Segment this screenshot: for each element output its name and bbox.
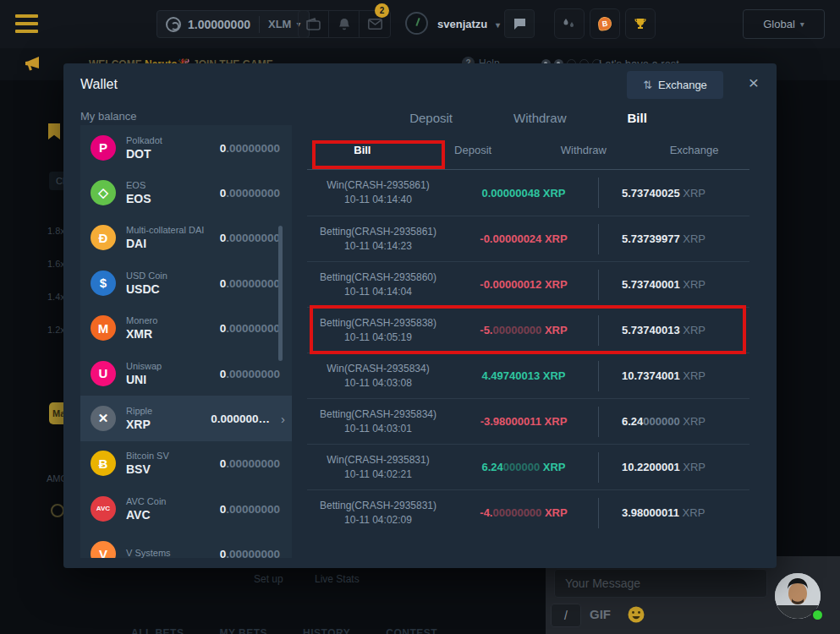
bill-table-row[interactable]: Win(CRASH-2935861) 10-11 04:14:40 0.0000… xyxy=(307,170,749,216)
coin-name: USD Coin xyxy=(126,271,167,281)
coin-list-item[interactable]: Đ Multi-collateral DAI DAI 0.00000000 xyxy=(80,216,292,260)
coin-balance: 0.00000000 xyxy=(220,457,280,470)
tab-my-bets[interactable]: MY BETS xyxy=(219,627,267,634)
coin-list-item[interactable]: M Monero XMR 0.00000000 xyxy=(80,306,292,351)
transaction-name: Betting(CRASH-2935834) xyxy=(307,407,449,422)
bill-header-bill[interactable]: Bill xyxy=(307,144,418,156)
balance-selector[interactable]: 1.00000000 XLM ▾ xyxy=(156,10,310,38)
wallet-tab-bill[interactable]: Bill xyxy=(628,111,647,125)
coin-name: Monero xyxy=(126,315,157,325)
bill-header-withdraw[interactable]: Withdraw xyxy=(529,144,640,156)
transaction-balance: 5.73740001 XRP xyxy=(598,278,749,291)
rain-button[interactable] xyxy=(554,8,585,39)
chat-toggle-button[interactable] xyxy=(504,9,535,38)
exchange-button[interactable]: ⇅ Exchange xyxy=(627,71,723,99)
bill-header-deposit[interactable]: Deposit xyxy=(418,144,529,156)
chat-bubble-icon xyxy=(513,18,527,30)
transaction-balance: 3.98000011 XRP xyxy=(598,506,749,519)
coin-list-item[interactable]: U Uniswap UNI 0.00000000 xyxy=(80,351,292,396)
transaction-name: Win(CRASH-2935834) xyxy=(307,362,449,376)
bill-table-row[interactable]: Betting(CRASH-2935860) 10-11 04:14:04 -0… xyxy=(307,261,749,307)
my-balance-heading: My balance xyxy=(80,110,136,123)
notifications-button[interactable] xyxy=(329,11,360,37)
close-icon[interactable]: × xyxy=(744,74,764,94)
coin-logo-icon: M xyxy=(91,315,116,341)
tab-history[interactable]: HISTORY xyxy=(303,627,350,634)
transaction-amount: -0.00000024 XRP xyxy=(449,232,598,245)
coin-list-scrollbar[interactable] xyxy=(278,226,283,361)
online-status-dot xyxy=(811,609,824,621)
wallet-tab-withdraw[interactable]: Withdraw xyxy=(513,111,567,125)
region-select[interactable]: Global ▾ xyxy=(743,9,825,39)
emoji-picker-icon[interactable] xyxy=(627,605,645,624)
coin-list-item[interactable]: AVC AVC Coin AVC 0.00000000 xyxy=(80,486,292,531)
wallet-tab-deposit[interactable]: Deposit xyxy=(409,111,453,125)
gif-button[interactable]: GIF xyxy=(590,607,611,621)
bell-icon xyxy=(338,18,350,31)
axis-label: 1.2x xyxy=(47,325,65,335)
coin-ticker: XRP xyxy=(126,418,152,431)
coin-balance: 0.00000000 xyxy=(220,367,280,380)
exchange-label: Exchange xyxy=(658,79,707,91)
chat-message-input[interactable] xyxy=(554,569,767,598)
coin-ticker: BSV xyxy=(126,462,169,476)
tab-all-bets[interactable]: ALL BETS xyxy=(131,627,184,634)
coin-name: Polkadot xyxy=(126,135,162,145)
bill-table-row[interactable]: Betting(CRASH-2935838) 10-11 04:05:19 -5… xyxy=(307,307,749,353)
axis-label: 1.6x xyxy=(47,259,65,269)
bill-table-row[interactable]: Betting(CRASH-2935831) 10-11 04:02:09 -4… xyxy=(307,489,749,528)
coin-balance: 0.00000000 xyxy=(220,187,280,199)
balance-currency: XLM xyxy=(268,18,291,30)
username-menu[interactable]: svenjatzu ▾ xyxy=(437,18,500,30)
coin-list-item[interactable]: P Polkadot DOT 0.00000000 xyxy=(80,125,292,170)
coin-balance: 0.00000000 xyxy=(220,276,280,289)
caret-down-icon: ▾ xyxy=(800,19,804,29)
username-label: svenjatzu xyxy=(437,18,487,30)
wallet-icon xyxy=(306,18,321,30)
bill-table-row[interactable]: Betting(CRASH-2935834) 10-11 04:03:01 -3… xyxy=(307,398,749,444)
transaction-amount: -3.98000011 XRP xyxy=(449,415,598,428)
coin-logo-icon: U xyxy=(91,361,116,386)
coin-logo-icon: AVC xyxy=(91,496,116,522)
contest-button[interactable] xyxy=(625,8,656,39)
coin-balance: 0.00000000 xyxy=(220,141,280,154)
bill-header-exchange[interactable]: Exchange xyxy=(639,144,749,156)
bill-table-row[interactable]: Betting(CRASH-2935861) 10-11 04:14:23 -0… xyxy=(307,216,749,261)
coin-logo-icon: ◇ xyxy=(91,180,116,205)
bill-table-row[interactable]: Win(CRASH-2935831) 10-11 04:02:21 6.2400… xyxy=(307,444,749,489)
coin-list-item[interactable]: ◇ EOS EOS 0.00000000 xyxy=(80,170,292,215)
fireball-icon: B xyxy=(597,16,612,31)
coin-name: EOS xyxy=(126,180,151,190)
coin-list-item[interactable]: Ƀ Bitcoin SV BSV 0.00000000 xyxy=(80,441,292,486)
wallet-button[interactable] xyxy=(299,11,329,37)
coin-list-item[interactable]: $ USD Coin USDC 0.00000000 xyxy=(80,260,292,305)
coin-icon xyxy=(51,504,64,517)
transaction-time: 10-11 04:02:21 xyxy=(307,467,449,482)
transaction-balance: 5.73740025 XRP xyxy=(598,187,749,199)
bill-table-row[interactable]: Win(CRASH-2935834) 10-11 04:03:08 4.4974… xyxy=(307,353,749,398)
hamburger-menu-icon[interactable] xyxy=(15,14,38,33)
transaction-name: Betting(CRASH-2935838) xyxy=(307,316,449,331)
transaction-time: 10-11 04:14:40 xyxy=(307,193,449,207)
transaction-name: Betting(CRASH-2935860) xyxy=(307,271,449,285)
app-root: 1.00000000 XLM ▾ 2 svenjatzu ▾ xyxy=(0,0,840,634)
trophy-icon xyxy=(634,17,647,30)
coin-name: Multi-collateral DAI xyxy=(126,225,204,235)
crypto-fire-button[interactable]: B xyxy=(590,8,620,39)
transaction-time: 10-11 04:03:01 xyxy=(307,422,449,436)
tab-contest[interactable]: CONTEST xyxy=(386,627,437,634)
coin-logo-icon: Ƀ xyxy=(91,451,116,476)
transaction-amount: 6.24000000 XRP xyxy=(449,461,598,473)
mail-icon xyxy=(368,19,382,30)
bookmark-icon xyxy=(48,123,60,139)
setup-link[interactable]: Set up xyxy=(254,573,283,585)
coin-balance: 0.00000000 xyxy=(220,502,280,515)
slash-command-button[interactable]: / xyxy=(551,604,581,627)
transaction-amount: -5.00000000 XRP xyxy=(449,324,598,336)
bill-table: Win(CRASH-2935861) 10-11 04:14:40 0.0000… xyxy=(307,170,749,528)
user-avatar[interactable] xyxy=(405,12,428,35)
live-stats-link[interactable]: Live Stats xyxy=(315,573,360,585)
coin-list-item[interactable]: V V Systems 0.00000000 xyxy=(80,532,292,558)
coin-list-item[interactable]: ✕ Ripple XRP 0.000000… › xyxy=(80,396,292,440)
axis-label: 1.8x xyxy=(47,226,65,236)
